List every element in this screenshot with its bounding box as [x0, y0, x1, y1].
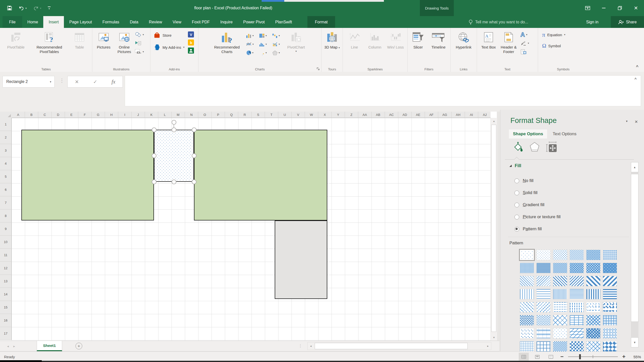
fill-option[interactable]: Solid fill — [514, 187, 560, 199]
restore-button[interactable] — [612, 0, 628, 16]
tab-scroll-splitter[interactable]: ⋮ — [298, 343, 302, 348]
recommended-charts-button[interactable]: ? Recommended Charts — [210, 29, 244, 54]
pattern-swatch[interactable] — [553, 276, 567, 286]
insert-scatter-chart-button[interactable]: ▾ — [257, 49, 270, 57]
undo-button[interactable]: ▾ — [19, 6, 27, 10]
collapse-ribbon-button[interactable]: ^ — [636, 64, 638, 69]
fill-option[interactable]: No fill — [514, 175, 560, 187]
pictures-button[interactable]: Pictures — [94, 29, 114, 50]
column-header[interactable]: AA — [358, 112, 372, 118]
row-header[interactable]: 14 — [0, 288, 12, 301]
hyperlink-button[interactable]: Hyperlink — [452, 29, 475, 50]
pattern-swatch[interactable] — [536, 276, 551, 286]
row-header[interactable]: 17 — [0, 327, 12, 340]
pattern-swatch[interactable] — [520, 276, 534, 286]
pattern-swatch[interactable] — [553, 315, 567, 326]
pie-chart-dropdown-icon[interactable]: ▾ — [252, 52, 253, 54]
pattern-swatch[interactable] — [570, 328, 584, 339]
ribbon-tab[interactable]: Inquire — [215, 16, 238, 28]
row-header[interactable]: 10 — [0, 236, 12, 249]
object-button[interactable] — [520, 49, 535, 55]
insert-column-chart-button[interactable]: ▾ — [244, 31, 257, 40]
name-box[interactable]: Rectangle 2 ▾ — [3, 76, 55, 87]
rotation-handle[interactable] — [172, 120, 176, 125]
statistic-chart-dropdown-icon[interactable]: ▾ — [265, 43, 267, 46]
horizontal-scrollbar[interactable]: ◂ ▸ — [307, 342, 491, 350]
insert-function-icon[interactable]: fx — [111, 79, 115, 85]
zoom-out-button[interactable]: − — [559, 353, 565, 360]
column-header[interactable]: J — [132, 112, 145, 118]
sheet-canvas[interactable] — [12, 118, 491, 341]
column-header[interactable]: T — [265, 112, 278, 118]
column-header[interactable]: F — [78, 112, 92, 118]
column-header[interactable]: AJ — [478, 112, 491, 118]
column-header[interactable]: P — [212, 112, 225, 118]
save-button[interactable] — [7, 6, 12, 11]
pattern-swatch[interactable] — [570, 276, 584, 286]
pattern-swatch[interactable] — [553, 289, 567, 299]
cancel-icon[interactable]: ✕ — [75, 79, 79, 85]
fill-line-icon[interactable] — [512, 141, 524, 153]
zoom-level[interactable]: 55% — [630, 355, 641, 359]
column-header[interactable]: X — [318, 112, 332, 118]
row-header[interactable]: 1 — [0, 118, 12, 131]
minimize-button[interactable] — [596, 0, 612, 16]
column-header[interactable]: O — [198, 112, 212, 118]
column-header[interactable]: E — [65, 112, 78, 118]
tab-shape-options[interactable]: Shape Options — [509, 129, 547, 139]
column-header[interactable]: W — [305, 112, 318, 118]
sparkline-column-button[interactable]: Column — [364, 29, 386, 50]
pattern-swatch[interactable] — [536, 328, 551, 339]
column-header[interactable]: AD — [398, 112, 412, 118]
row-header[interactable]: 11 — [0, 249, 12, 262]
ribbon-tab[interactable]: Page Layout — [64, 16, 97, 28]
pattern-swatch[interactable] — [603, 341, 617, 352]
row-header[interactable]: 16 — [0, 314, 12, 327]
pattern-swatch[interactable] — [536, 250, 551, 260]
signature-line-dropdown-icon[interactable]: ▾ — [528, 42, 529, 44]
redo-dropdown-icon[interactable]: ▾ — [40, 7, 41, 10]
resize-handle-bottom-right[interactable] — [192, 179, 196, 184]
pattern-swatch[interactable] — [536, 341, 551, 352]
pattern-swatch[interactable] — [603, 276, 617, 286]
recommended-pivottables-button[interactable]: ? Recommended PivotTables — [28, 29, 71, 54]
floor-plan-shape[interactable] — [194, 130, 327, 220]
pattern-swatch[interactable] — [586, 328, 600, 339]
column-header[interactable]: H — [105, 112, 118, 118]
ribbon-tab[interactable]: Home — [22, 16, 44, 28]
column-header[interactable]: D — [52, 112, 65, 118]
row-header[interactable]: 13 — [0, 275, 12, 288]
column-header[interactable]: AI — [465, 112, 478, 118]
pattern-swatch[interactable] — [586, 250, 600, 260]
resize-handle-top-right[interactable] — [192, 127, 196, 132]
resize-handle-bottom-center[interactable] — [172, 179, 176, 184]
insert-pie-chart-button[interactable]: ▾ — [244, 49, 257, 57]
floor-plan-shape[interactable] — [154, 130, 194, 182]
row-header[interactable]: 7 — [0, 196, 12, 209]
pattern-swatch[interactable] — [603, 289, 617, 299]
row-header[interactable]: 15 — [0, 301, 12, 314]
pattern-swatch[interactable] — [586, 263, 600, 273]
column-header[interactable]: B — [25, 112, 38, 118]
hierarchy-chart-dropdown-icon[interactable]: ▾ — [265, 34, 267, 37]
ribbon-tab[interactable]: Format — [307, 16, 335, 28]
pane-menu-icon[interactable]: ▾ — [626, 119, 628, 124]
pattern-swatch[interactable] — [520, 289, 534, 299]
header-footer-button[interactable]: Header & Footer — [497, 29, 520, 54]
insert-statistic-chart-button[interactable]: ▾ — [257, 40, 270, 49]
sheet-tab[interactable]: Sheet1 — [37, 341, 62, 351]
select-all-corner[interactable] — [0, 112, 12, 118]
wordart-dropdown-icon[interactable]: ▾ — [526, 33, 527, 36]
customize-qat-button[interactable]: ▾ — [48, 7, 51, 10]
column-header[interactable]: AG — [438, 112, 452, 118]
scroll-up-icon[interactable]: ▴ — [491, 118, 497, 124]
fill-option[interactable]: Gradient fill — [514, 199, 560, 211]
column-header[interactable]: AH — [452, 112, 465, 118]
collapse-formula-bar-icon[interactable]: ^ — [634, 77, 637, 81]
pattern-swatch[interactable] — [570, 263, 584, 273]
signature-line-button[interactable]: ▾ — [520, 40, 535, 47]
combo-chart-dropdown-icon[interactable]: ▾ — [278, 43, 280, 46]
pattern-swatch[interactable] — [520, 250, 534, 260]
tell-me-box[interactable]: Tell me what you want to do... — [468, 16, 528, 28]
scroll-left-icon[interactable]: ◂ — [308, 342, 314, 350]
